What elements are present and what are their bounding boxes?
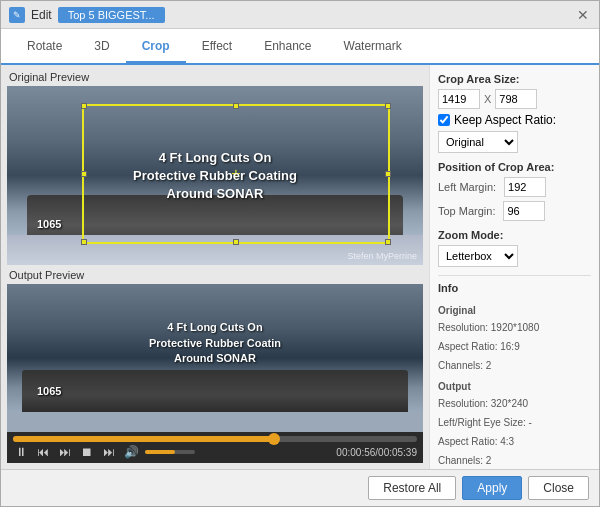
- zoom-mode-select[interactable]: Letterbox: [438, 245, 518, 267]
- output-preview-section: Output Preview 4 Ft Long Cuts OnProtecti…: [7, 269, 423, 463]
- x-separator: X: [484, 93, 491, 105]
- next-frame-button[interactable]: ⏭: [57, 445, 73, 459]
- output-lr-eye: Left/Right Eye Size: -: [438, 415, 591, 430]
- original-aspect: Aspect Ratio: 16:9: [438, 339, 591, 354]
- skip-end-button[interactable]: ⏭: [101, 445, 117, 459]
- info-section: Info Original Resolution: 1920*1080 Aspe…: [438, 275, 591, 469]
- output-ship-background: 4 Ft Long Cuts OnProtective Rubber Coati…: [7, 284, 423, 432]
- aspect-ratio-select[interactable]: Original: [438, 131, 518, 153]
- crop-height-input[interactable]: [495, 89, 537, 109]
- stop-button[interactable]: ⏹: [79, 445, 95, 459]
- original-info-title: Original: [438, 305, 591, 316]
- playback-controls: ⏸ ⏮ ⏭ ⏹ ⏭ 🔊: [13, 445, 195, 459]
- original-ship-number: 1065: [37, 218, 61, 230]
- keep-aspect-ratio-row: Keep Aspect Ratio:: [438, 113, 591, 127]
- play-pause-button[interactable]: ⏸: [13, 445, 29, 459]
- position-section: Position of Crop Area: Left Margin: Top …: [438, 161, 591, 221]
- close-button[interactable]: Close: [528, 476, 589, 500]
- left-margin-row: Left Margin:: [438, 177, 591, 197]
- info-title: Info: [438, 282, 591, 294]
- bottom-bar: Restore All Apply Close: [1, 469, 599, 506]
- main-content: Original Preview 4 Ft: [1, 65, 599, 469]
- zoom-mode-section: Zoom Mode: Letterbox: [438, 229, 591, 267]
- progress-bar[interactable]: [13, 436, 417, 442]
- volume-slider[interactable]: [145, 450, 195, 454]
- keep-aspect-ratio-label: Keep Aspect Ratio:: [454, 113, 556, 127]
- apply-button[interactable]: Apply: [462, 476, 522, 500]
- crop-handle-bottom-left[interactable]: [81, 239, 87, 245]
- crop-handle-bottom-mid[interactable]: [233, 239, 239, 245]
- titlebar: ✎ Edit Top 5 BIGGEST... ✕: [1, 1, 599, 29]
- edit-window: ✎ Edit Top 5 BIGGEST... ✕ Rotate 3D Crop…: [0, 0, 600, 507]
- player-controls: ⏸ ⏮ ⏭ ⏹ ⏭ 🔊 00:00:56/00:05:39: [7, 432, 423, 463]
- crop-handle-top-mid[interactable]: [233, 103, 239, 109]
- original-preview-label: Original Preview: [7, 71, 423, 83]
- top-margin-row: Top Margin:: [438, 201, 591, 221]
- restore-all-button[interactable]: Restore All: [368, 476, 456, 500]
- keep-aspect-ratio-checkbox[interactable]: [438, 114, 450, 126]
- tab-rotate[interactable]: Rotate: [11, 31, 78, 63]
- original-resolution: Resolution: 1920*1080: [438, 320, 591, 335]
- output-ship-number: 1065: [37, 385, 61, 397]
- top-margin-input[interactable]: [503, 201, 545, 221]
- output-channels: Channels: 2: [438, 453, 591, 468]
- left-margin-label: Left Margin:: [438, 181, 496, 193]
- original-preview-section: Original Preview 4 Ft: [7, 71, 423, 265]
- progress-fill: [13, 436, 276, 442]
- output-resolution: Resolution: 320*240: [438, 396, 591, 411]
- preview-area: Original Preview 4 Ft: [1, 65, 429, 469]
- watermark-text: Stefen MyPerrine: [347, 251, 417, 261]
- crop-handle-mid-right[interactable]: [385, 171, 391, 177]
- original-preview-box: 4 Ft Long Cuts OnProtective Rubber Coati…: [7, 86, 423, 265]
- tab-crop[interactable]: Crop: [126, 31, 186, 63]
- volume-fill: [145, 450, 175, 454]
- time-display: 00:00:56/00:05:39: [336, 447, 417, 458]
- close-window-button[interactable]: ✕: [575, 7, 591, 23]
- crop-width-input[interactable]: [438, 89, 480, 109]
- crop-size-inputs: X: [438, 89, 591, 109]
- output-overlay-text: 4 Ft Long Cuts OnProtective Rubber Coati…: [149, 320, 281, 366]
- crop-area-size-section: Crop Area Size: X Keep Aspect Ratio: Ori…: [438, 73, 591, 153]
- output-aspect: Aspect Ratio: 4:3: [438, 434, 591, 449]
- output-info-title: Output: [438, 381, 591, 392]
- tab-bar: Rotate 3D Crop Effect Enhance Watermark: [1, 29, 599, 65]
- titlebar-left: ✎ Edit Top 5 BIGGEST...: [9, 7, 165, 23]
- original-ship-background: 4 Ft Long Cuts OnProtective Rubber Coati…: [7, 86, 423, 265]
- crop-handle-mid-left[interactable]: [81, 171, 87, 177]
- tab-watermark[interactable]: Watermark: [328, 31, 418, 63]
- volume-icon[interactable]: 🔊: [123, 445, 139, 459]
- controls-row: ⏸ ⏮ ⏭ ⏹ ⏭ 🔊 00:00:56/00:05:39: [13, 445, 417, 459]
- window-title: Edit: [31, 8, 52, 22]
- crop-handle-top-right[interactable]: [385, 103, 391, 109]
- original-channels: Channels: 2: [438, 358, 591, 373]
- output-preview-box: 4 Ft Long Cuts OnProtective Rubber Coati…: [7, 284, 423, 432]
- crop-area-size-label: Crop Area Size:: [438, 73, 591, 85]
- app-icon: ✎: [9, 7, 25, 23]
- file-tab[interactable]: Top 5 BIGGEST...: [58, 7, 165, 23]
- tab-effect[interactable]: Effect: [186, 31, 248, 63]
- prev-frame-button[interactable]: ⏮: [35, 445, 51, 459]
- zoom-mode-label: Zoom Mode:: [438, 229, 591, 241]
- original-overlay-text: 4 Ft Long Cuts OnProtective Rubber Coati…: [133, 148, 297, 203]
- left-margin-input[interactable]: [504, 177, 546, 197]
- tab-enhance[interactable]: Enhance: [248, 31, 327, 63]
- crop-handle-top-left[interactable]: [81, 103, 87, 109]
- progress-thumb[interactable]: [268, 433, 280, 445]
- output-preview-label: Output Preview: [7, 269, 423, 281]
- top-margin-label: Top Margin:: [438, 205, 495, 217]
- sidebar: Crop Area Size: X Keep Aspect Ratio: Ori…: [429, 65, 599, 469]
- position-label: Position of Crop Area:: [438, 161, 591, 173]
- tab-3d[interactable]: 3D: [78, 31, 125, 63]
- crop-handle-bottom-right[interactable]: [385, 239, 391, 245]
